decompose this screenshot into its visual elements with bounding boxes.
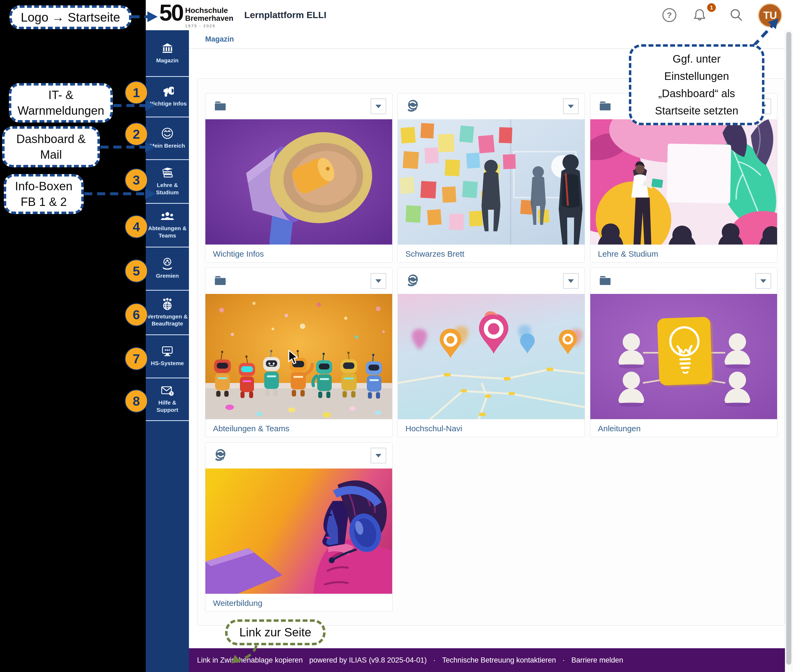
scrollbar-track — [785, 30, 793, 672]
card-actions-dropdown[interactable] — [563, 99, 579, 114]
annotation-number-1: 1 — [125, 81, 148, 104]
folder-icon — [597, 273, 613, 290]
sidebar-item-wichtige-infos[interactable]: Wichtige Infos — [146, 77, 189, 117]
card-image-robots — [205, 294, 392, 419]
globe-people-icon — [161, 298, 174, 310]
card-actions-dropdown[interactable] — [371, 273, 386, 289]
footer-support-link[interactable]: Technische Betreuung kontaktieren — [442, 656, 556, 664]
annotation-number-3: 3 — [125, 168, 148, 192]
avatar-initials: TU — [763, 10, 777, 21]
card-actions-dropdown[interactable] — [756, 273, 771, 289]
folder-icon — [212, 273, 228, 290]
footer-powered-by: powered by ILIAS (v9.8 2025-04-01) — [309, 656, 427, 664]
sidebar-item-lehre-studium[interactable]: Lehre & Studium — [146, 160, 189, 203]
footer-bar: Link in Zwischenablage kopieren powered … — [189, 648, 785, 672]
annotation-number-2: 2 — [125, 123, 148, 146]
weblink-icon — [405, 98, 421, 115]
sidebar-item-hs-systeme[interactable]: HS-Systeme — [146, 335, 189, 378]
card-image-megaphone — [205, 119, 392, 245]
bank-icon — [161, 42, 173, 54]
card-image-lightbulb-network — [590, 294, 777, 419]
folder-icon — [212, 98, 228, 115]
sidebar-item-mein-bereich[interactable]: Mein Bereich — [146, 117, 189, 159]
weblink-icon — [212, 448, 228, 464]
svg-text:?: ? — [170, 392, 173, 396]
logo-years: 1975 - 2025 — [185, 24, 234, 28]
sidebar-item-gremien[interactable]: Gremien — [146, 248, 189, 290]
card-hochschul-navi[interactable]: Hochschul-Navi — [397, 268, 585, 437]
logo-line2: Bremerhaven — [185, 14, 234, 22]
chevron-down-icon — [375, 454, 381, 458]
mail-question-icon: ? — [160, 385, 174, 397]
callout-logo-startseite: Logo → Startseite — [10, 5, 131, 29]
sidebar-item-abteilungen-teams[interactable]: Abteilungen & Teams — [146, 204, 189, 247]
card-title[interactable]: Lehre & Studium — [590, 245, 777, 262]
monitor-icon — [161, 346, 174, 357]
card-title[interactable]: Anleitungen — [590, 419, 777, 437]
annotation-number-5: 5 — [125, 259, 148, 283]
search-icon[interactable] — [729, 8, 744, 23]
card-actions-dropdown[interactable] — [563, 273, 579, 289]
logo-50: 50 — [159, 2, 183, 24]
callout-dashboard-startseite: Ggf. unter Einstellungen „Dashboard“ als… — [629, 44, 764, 125]
chevron-down-icon — [375, 105, 381, 108]
avatar[interactable]: TU — [758, 3, 782, 27]
card-image-sticky-notes — [398, 119, 585, 245]
notifications-bell-icon[interactable] — [692, 8, 707, 23]
footer-report-barrier-link[interactable]: Barriere melden — [571, 656, 623, 664]
svg-text:?: ? — [667, 11, 672, 19]
card-schwarzes-brett[interactable]: Schwarzes Brett — [397, 93, 585, 262]
card-abteilungen-teams[interactable]: Abteilungen & Teams — [205, 268, 392, 437]
weblink-icon — [405, 273, 421, 290]
committee-icon — [161, 258, 174, 270]
page-title: Lernplattform ELLI — [244, 10, 326, 20]
sidebar-item-hilfe-support[interactable]: ? Hilfe & Support — [146, 378, 189, 420]
notification-badge: 1 — [707, 3, 716, 12]
card-title[interactable]: Abteilungen & Teams — [205, 419, 392, 437]
sidebar-item-magazin[interactable]: Magazin — [146, 30, 189, 76]
card-image-map-pins — [398, 294, 585, 419]
chevron-down-icon — [568, 279, 574, 283]
card-title[interactable]: Weiterbildung — [205, 594, 392, 612]
chevron-down-icon — [760, 279, 766, 283]
card-wichtige-infos[interactable]: Wichtige Infos — [205, 93, 392, 262]
callout-link-zur-seite: Link zur Seite — [225, 619, 325, 645]
annotation-number-6: 6 — [125, 303, 148, 326]
sidebar-separator — [146, 420, 189, 421]
people-icon — [160, 211, 174, 222]
sidebar-item-vertretungen-beauftragte[interactable]: Vertretungen & Beauftragte — [146, 291, 189, 334]
screenshot-stage: 50 Hochschule Bremerhaven 1975 - 2025 Le… — [0, 0, 793, 672]
scrollbar-thumb[interactable] — [786, 32, 791, 665]
card-title[interactable]: Schwarzes Brett — [398, 245, 585, 262]
card-actions-dropdown[interactable] — [371, 99, 386, 114]
main-sidebar: Magazin Wichtige Infos Mein Bereich Lehr… — [146, 30, 189, 672]
top-header: 50 Hochschule Bremerhaven 1975 - 2025 Le… — [146, 0, 793, 30]
breadcrumb[interactable]: Magazin — [205, 35, 234, 43]
logo-line1: Hochschule — [185, 6, 234, 14]
chevron-down-icon — [375, 279, 381, 283]
footer-separator: · — [562, 656, 565, 664]
footer-copy-link[interactable]: Link in Zwischenablage kopieren — [197, 656, 303, 664]
card-title[interactable]: Wichtige Infos — [205, 245, 392, 262]
chevron-down-icon — [568, 105, 574, 108]
help-icon[interactable]: ? — [662, 8, 677, 23]
card-actions-dropdown[interactable] — [371, 448, 386, 463]
card-weiterbildung[interactable]: Weiterbildung — [205, 442, 392, 612]
callout-dashboard-mail: Dashboard & Mail — [2, 126, 100, 167]
annotation-number-4: 4 — [125, 215, 148, 238]
footer-separator: · — [433, 656, 436, 664]
callout-it-warnmeldungen: IT- & Warnmeldungen — [9, 83, 113, 123]
card-title[interactable]: Hochschul-Navi — [398, 419, 585, 437]
card-anleitungen[interactable]: Anleitungen — [590, 268, 777, 437]
megaphone-icon — [161, 86, 174, 98]
card-image-headphones-person — [205, 469, 392, 594]
hochschule-bremerhaven-logo[interactable]: 50 Hochschule Bremerhaven 1975 - 2025 — [159, 2, 234, 28]
card-image-presentation — [590, 119, 777, 245]
books-icon — [160, 167, 174, 179]
callout-infoboxen-fb: Info-Boxen FB 1 & 2 — [4, 174, 84, 214]
smiley-icon — [161, 127, 173, 139]
folder-icon — [597, 98, 613, 115]
annotation-number-7: 7 — [125, 347, 148, 370]
annotation-number-8: 8 — [125, 389, 148, 413]
